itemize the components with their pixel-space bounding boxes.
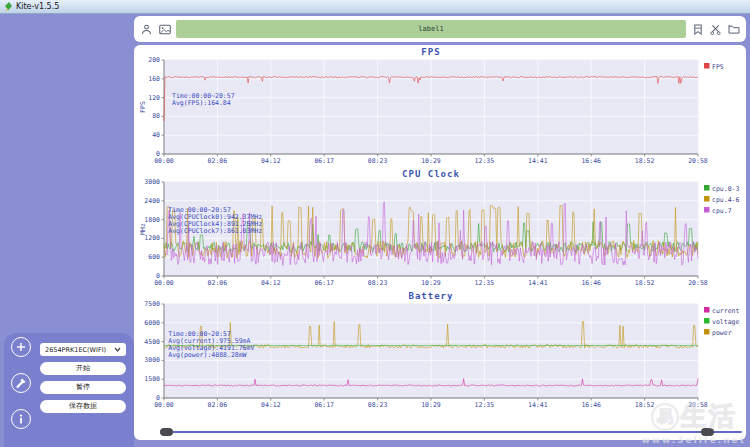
chart-cpu-clock: CPU Clock00:0002:0604:1206:1708:2310:291… [138, 169, 742, 291]
user-button[interactable] [140, 23, 153, 36]
slider-track[interactable] [160, 431, 742, 433]
bookmark-icon [693, 24, 703, 35]
plus-icon [16, 342, 26, 352]
x-tick-label: 18:52 [635, 157, 655, 165]
x-tick-label: 10:29 [421, 279, 441, 287]
y-tick-label: 40 [152, 131, 160, 139]
x-tick-label: 08:23 [368, 401, 388, 409]
legend-swatch [704, 307, 710, 313]
x-tick-label: 08:23 [368, 157, 388, 165]
info-button[interactable] [11, 409, 31, 429]
legend-swatch [704, 207, 710, 213]
chart-annotation: Time:00:00~20:57Avg(FPS):164.84 [172, 92, 235, 107]
y-tick-label: 7500 [144, 300, 160, 308]
chart-title: Battery [409, 291, 454, 301]
y-tick-label: 0 [156, 272, 160, 280]
y-tick-label: 120 [148, 94, 160, 102]
y-tick-label: 3000 [144, 356, 160, 364]
sidebar-panel: 2654PRK1EC(WIFI) 开始 暂停 保存数据 [4, 333, 134, 447]
y-axis-label: FPS [139, 101, 147, 113]
x-tick-label: 16:46 [581, 279, 601, 287]
tools-button[interactable] [11, 373, 31, 393]
window-titlebar: Kite-v1.5.5 [0, 0, 750, 14]
y-tick-label: 3000 [144, 178, 160, 186]
y-tick-label: 80 [152, 112, 160, 120]
charts-panel: FPS00:0002:0604:1206:1708:2310:2912:3514… [134, 45, 746, 440]
charts-container: FPS00:0002:0604:1206:1708:2310:2912:3514… [138, 47, 742, 413]
scissors-icon [710, 24, 721, 35]
app-icon [4, 2, 13, 11]
x-tick-label: 06:17 [314, 401, 334, 409]
x-tick-label: 04:12 [261, 279, 281, 287]
y-tick-label: 1500 [144, 375, 160, 383]
x-tick-label: 20:58 [688, 279, 708, 287]
x-tick-label: 04:12 [261, 157, 281, 165]
start-button[interactable]: 开始 [40, 362, 126, 375]
toolbar [134, 16, 746, 42]
x-tick-label: 18:52 [635, 401, 655, 409]
screenshot-button[interactable] [158, 23, 171, 36]
y-tick-label: 200 [148, 56, 160, 64]
y-tick-label: 600 [148, 253, 160, 261]
add-device-button[interactable] [11, 337, 31, 357]
pause-button[interactable]: 暂停 [40, 381, 126, 394]
x-tick-label: 00:00 [154, 401, 174, 409]
user-icon [141, 24, 152, 35]
slider-handle-left[interactable] [160, 428, 173, 436]
legend-swatch [704, 329, 710, 335]
x-tick-label: 06:17 [314, 157, 334, 165]
x-tick-label: 16:46 [581, 401, 601, 409]
cut-button[interactable] [709, 23, 722, 36]
legend-label: FPS [712, 63, 724, 71]
legend-swatch [704, 185, 710, 191]
save-data-button[interactable]: 保存数据 [40, 400, 126, 413]
chart-canvas-cpu-clock: CPU Clock00:0002:0604:1206:1708:2310:291… [138, 169, 742, 291]
legend-label: power [712, 329, 732, 337]
legend-label: cpu.4-6 [712, 196, 739, 204]
x-tick-label: 04:12 [261, 401, 281, 409]
y-tick-label: 2400 [144, 197, 160, 205]
legend-swatch [704, 318, 710, 324]
legend-label: cpu.0-3 [712, 185, 739, 193]
x-tick-label: 02:06 [208, 401, 228, 409]
x-tick-label: 12:35 [475, 279, 495, 287]
x-tick-label: 02:06 [208, 157, 228, 165]
x-tick-label: 10:29 [421, 157, 441, 165]
x-tick-label: 14:41 [528, 401, 548, 409]
x-tick-label: 00:00 [154, 157, 174, 165]
chart-canvas-fps: FPS00:0002:0604:1206:1708:2310:2912:3514… [138, 47, 742, 169]
x-tick-label: 12:35 [475, 157, 495, 165]
legend-swatch [704, 63, 710, 69]
x-tick-label: 06:17 [314, 279, 334, 287]
x-tick-label: 18:52 [635, 279, 655, 287]
legend-swatch [704, 196, 710, 202]
chart-fps: FPS00:0002:0604:1206:1708:2310:2912:3514… [138, 47, 742, 169]
x-tick-label: 14:41 [528, 157, 548, 165]
slider-handle-right[interactable] [701, 428, 714, 436]
device-select[interactable]: 2654PRK1EC(WIFI) [40, 343, 126, 356]
y-axis-label: MHz [139, 223, 147, 235]
export-button[interactable] [727, 23, 740, 36]
wrench-icon [15, 377, 27, 389]
y-tick-label: 4500 [144, 338, 160, 346]
y-tick-label: 0 [156, 150, 160, 158]
x-tick-label: 02:06 [208, 279, 228, 287]
x-tick-label: 12:35 [475, 401, 495, 409]
label-input[interactable] [176, 20, 686, 38]
window-title: Kite-v1.5.5 [16, 3, 59, 11]
device-select-value: 2654PRK1EC(WIFI) [45, 346, 106, 354]
y-tick-label: 160 [148, 75, 160, 83]
y-tick-label: 6000 [144, 319, 160, 327]
chart-title: CPU Clock [402, 169, 460, 179]
time-range-slider[interactable] [160, 427, 742, 437]
chart-canvas-battery: Battery00:0002:0604:1206:1708:2310:2912:… [138, 291, 742, 413]
app-window: Kite-v1.5.5 2654PRK1EC(WIFI) [0, 0, 750, 447]
legend-label: cpu.7 [712, 207, 732, 215]
bookmark-button[interactable] [691, 23, 704, 36]
chart-battery: Battery00:0002:0604:1206:1708:2310:2912:… [138, 291, 742, 413]
info-icon [16, 414, 26, 424]
y-tick-label: 1800 [144, 216, 160, 224]
legend-label: voltage [712, 318, 739, 326]
chevron-down-icon [114, 347, 121, 352]
x-tick-label: 16:46 [581, 157, 601, 165]
